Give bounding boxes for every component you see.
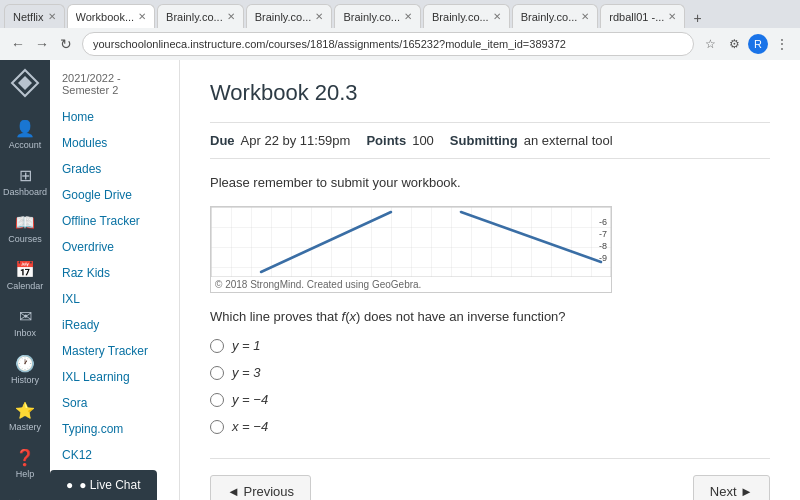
option-2[interactable]: y = 3 (210, 365, 770, 380)
nav-raz-kids[interactable]: Raz Kids (50, 260, 179, 286)
tab-rdball[interactable]: rdball01 -... ✕ (600, 4, 685, 28)
reminder-text: Please remember to submit your workbook. (210, 175, 770, 190)
close-tab-b1[interactable]: ✕ (227, 11, 235, 22)
nav-ixl-learning[interactable]: IXL Learning (50, 364, 179, 390)
points-meta: Points 100 (366, 133, 433, 148)
calendar-icon: 📅 (15, 260, 35, 279)
close-tab-workbook[interactable]: ✕ (138, 11, 146, 22)
tab-workbook[interactable]: Workbook... ✕ (67, 4, 156, 28)
extensions-icon[interactable]: ⚙ (724, 34, 744, 54)
tab-netflix[interactable]: Netflix ✕ (4, 4, 65, 28)
nav-ck12[interactable]: CK12 (50, 442, 179, 468)
svg-text:-6: -6 (599, 217, 607, 227)
sidebar-item-history[interactable]: 🕐 History (2, 348, 48, 391)
close-tab-b5[interactable]: ✕ (581, 11, 589, 22)
bookmark-icon[interactable]: ☆ (700, 34, 720, 54)
sidebar-item-courses[interactable]: 📖 Courses (2, 207, 48, 250)
back-button[interactable]: ← (8, 34, 28, 54)
sidebar-item-calendar[interactable]: 📅 Calendar (2, 254, 48, 297)
nav-overdrive[interactable]: Overdrive (50, 234, 179, 260)
close-tab-netflix[interactable]: ✕ (48, 11, 56, 22)
reload-button[interactable]: ↻ (56, 34, 76, 54)
profile-icon[interactable]: R (748, 34, 768, 54)
new-tab-button[interactable]: + (687, 8, 707, 28)
nav-iready[interactable]: iReady (50, 312, 179, 338)
page-title: Workbook 20.3 (210, 80, 770, 106)
live-chat-dot: ● (66, 478, 73, 492)
option-4[interactable]: x = −4 (210, 419, 770, 434)
option-1[interactable]: y = 1 (210, 338, 770, 353)
nav-panel: 2021/2022 - Semester 2 Home Modules Grad… (50, 60, 180, 500)
radio-opt2[interactable] (210, 366, 224, 380)
nav-sora[interactable]: Sora (50, 390, 179, 416)
close-tab-rdball[interactable]: ✕ (668, 11, 676, 22)
main-content: Workbook 20.3 Due Apr 22 by 11:59pm Poin… (180, 60, 800, 500)
live-chat-button[interactable]: ● ● Live Chat (50, 470, 157, 500)
due-value: Apr 22 by 11:59pm (241, 133, 351, 148)
nav-grades[interactable]: Grades (50, 156, 179, 182)
svg-text:-7: -7 (599, 229, 607, 239)
nav-ixl[interactable]: IXL (50, 286, 179, 312)
address-bar: ← → ↻ ☆ ⚙ R ⋮ (0, 28, 800, 60)
nav-offline-tracker[interactable]: Offline Tracker (50, 208, 179, 234)
option-2-label: y = 3 (232, 365, 261, 380)
page-navigation: ◄ Previous Next ► (210, 458, 770, 500)
previous-button[interactable]: ◄ Previous (210, 475, 311, 500)
submitting-label: Submitting (450, 133, 518, 148)
sidebar-item-account[interactable]: 👤 Account (2, 113, 48, 156)
nav-mastery-tracker[interactable]: Mastery Tracker (50, 338, 179, 364)
submitting-value: an external tool (524, 133, 613, 148)
radio-opt4[interactable] (210, 420, 224, 434)
graph-caption: © 2018 StrongMind. Created using GeoGebr… (211, 277, 611, 292)
courses-icon: 📖 (15, 213, 35, 232)
submitting-meta: Submitting an external tool (450, 133, 613, 148)
account-icon: 👤 (15, 119, 35, 138)
tab-bar: Netflix ✕ Workbook... ✕ Brainly.co... ✕ … (0, 0, 800, 28)
graph-container: -6 -7 -8 -9 © 2018 StrongMind. Created u… (210, 206, 612, 293)
school-year: 2021/2022 - Semester 2 (50, 68, 179, 104)
tab-brainly1[interactable]: Brainly.co... ✕ (157, 4, 244, 28)
nav-home[interactable]: Home (50, 104, 179, 130)
dashboard-icon: ⊞ (19, 166, 32, 185)
url-input[interactable] (82, 32, 694, 56)
sidebar-item-mastery[interactable]: ⭐ Mastery (2, 395, 48, 438)
sidebar-item-inbox[interactable]: ✉ Inbox (2, 301, 48, 344)
browser-chrome: Netflix ✕ Workbook... ✕ Brainly.co... ✕ … (0, 0, 800, 60)
tab-brainly4[interactable]: Brainly.co... ✕ (423, 4, 510, 28)
next-button[interactable]: Next ► (693, 475, 770, 500)
help-icon: ❓ (15, 448, 35, 467)
option-4-label: x = −4 (232, 419, 268, 434)
svg-marker-1 (18, 76, 32, 90)
option-3[interactable]: y = −4 (210, 392, 770, 407)
due-meta: Due Apr 22 by 11:59pm (210, 133, 350, 148)
logo (10, 68, 40, 101)
browser-nav-buttons: ← → ↻ (8, 34, 76, 54)
inbox-icon: ✉ (19, 307, 32, 326)
history-icon: 🕐 (15, 354, 35, 373)
tab-brainly2[interactable]: Brainly.co... ✕ (246, 4, 333, 28)
logo-icon (10, 68, 40, 98)
points-value: 100 (412, 133, 434, 148)
page-wrapper: 👤 Account ⊞ Dashboard 📖 Courses 📅 Calend… (0, 60, 800, 500)
sidebar-item-expand[interactable]: ▶ (2, 489, 48, 500)
close-tab-b4[interactable]: ✕ (493, 11, 501, 22)
forward-button[interactable]: → (32, 34, 52, 54)
radio-opt3[interactable] (210, 393, 224, 407)
svg-text:-8: -8 (599, 241, 607, 251)
radio-opt1[interactable] (210, 339, 224, 353)
close-tab-b2[interactable]: ✕ (315, 11, 323, 22)
expand-icon: ▶ (19, 495, 31, 500)
sidebar-item-help[interactable]: ❓ Help (2, 442, 48, 485)
menu-icon[interactable]: ⋮ (772, 34, 792, 54)
due-label: Due (210, 133, 235, 148)
graph-svg: -6 -7 -8 -9 (211, 207, 611, 277)
tab-brainly5[interactable]: Brainly.co... ✕ (512, 4, 599, 28)
nav-modules[interactable]: Modules (50, 130, 179, 156)
nav-typing[interactable]: Typing.com (50, 416, 179, 442)
close-tab-b3[interactable]: ✕ (404, 11, 412, 22)
mastery-icon: ⭐ (15, 401, 35, 420)
tab-brainly3[interactable]: Brainly.co... ✕ (334, 4, 421, 28)
nav-google-drive[interactable]: Google Drive (50, 182, 179, 208)
points-label: Points (366, 133, 406, 148)
sidebar-item-dashboard[interactable]: ⊞ Dashboard (2, 160, 48, 203)
